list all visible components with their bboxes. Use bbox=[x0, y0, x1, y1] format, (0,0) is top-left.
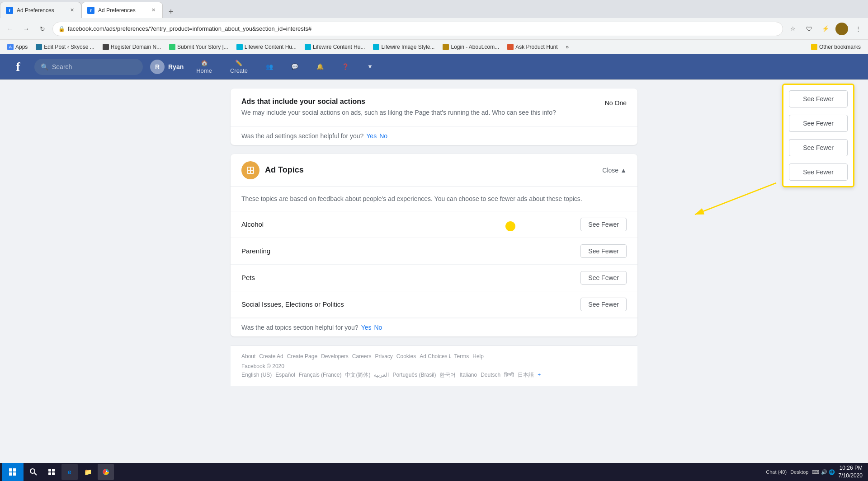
lang-korean[interactable]: 한국어 bbox=[439, 371, 456, 379]
friends-icon: 👥 bbox=[266, 63, 273, 70]
nav-notifications[interactable]: 🔔 bbox=[311, 61, 329, 72]
bookmarks-bar: A Apps Edit Post ‹ Skyose ... Register D… bbox=[0, 40, 868, 54]
see-fewer-social-issues[interactable]: See Fewer bbox=[580, 298, 627, 311]
highlight-see-fewer-1[interactable]: See Fewer bbox=[789, 90, 848, 107]
highlight-see-fewer-4[interactable]: See Fewer bbox=[789, 163, 848, 181]
lang-espanol[interactable]: Español bbox=[275, 372, 295, 378]
taskbar-chrome[interactable] bbox=[98, 464, 114, 480]
svg-line-12 bbox=[34, 473, 37, 475]
nav-help[interactable]: ❓ bbox=[336, 61, 354, 72]
tab-close-2[interactable]: ✕ bbox=[150, 7, 157, 14]
bookmark-lifewire-image[interactable]: Lifewire Image Style... bbox=[369, 42, 438, 52]
footer-create-page[interactable]: Create Page bbox=[287, 353, 317, 360]
nav-dropdown[interactable]: ▼ bbox=[362, 61, 378, 72]
tab-close-1[interactable]: ✕ bbox=[68, 7, 75, 14]
topic-name-alcohol: Alcohol bbox=[241, 220, 264, 228]
facebook-search-bar[interactable]: 🔍 bbox=[34, 59, 143, 75]
bookmark-register[interactable]: Register Domain N... bbox=[99, 42, 165, 52]
footer-languages: English (US) Español Français (France) 中… bbox=[241, 371, 627, 379]
footer-create-ad[interactable]: Create Ad bbox=[259, 353, 283, 360]
bookmark-apps[interactable]: A Apps bbox=[4, 42, 31, 52]
new-tab-button[interactable]: + bbox=[165, 5, 177, 18]
footer-links: About Create Ad Create Page Developers C… bbox=[241, 353, 627, 360]
close-button[interactable]: Close ▲ bbox=[602, 167, 627, 174]
svg-rect-16 bbox=[52, 472, 55, 475]
footer-ad-choices[interactable]: Ad Choices ℹ bbox=[420, 353, 450, 360]
lock-icon: 🔒 bbox=[58, 26, 65, 32]
system-tray: ⌨ 🔊 🌐 bbox=[812, 469, 835, 475]
nav-create[interactable]: ✏️ Create bbox=[225, 58, 253, 76]
footer-privacy[interactable]: Privacy bbox=[375, 353, 393, 360]
highlight-see-fewer-3[interactable]: See Fewer bbox=[789, 139, 848, 156]
bookmark-login[interactable]: Login - About.com... bbox=[439, 42, 503, 52]
footer-terms[interactable]: Terms bbox=[454, 353, 469, 360]
bookmark-edit-post[interactable]: Edit Post ‹ Skyose ... bbox=[32, 42, 98, 52]
facebook-header: f 🔍 R Ryan 🏠 Home ✏️ Create 👥 💬 bbox=[0, 54, 868, 79]
footer-about[interactable]: About bbox=[241, 353, 255, 360]
start-button[interactable] bbox=[2, 463, 24, 481]
search-input[interactable] bbox=[52, 63, 137, 70]
cursor-indicator bbox=[505, 221, 515, 231]
forward-button[interactable]: → bbox=[20, 23, 33, 35]
bookmark-more[interactable]: » bbox=[562, 42, 573, 52]
bookmark-favicon-login bbox=[443, 44, 449, 50]
chrome-window: f Ad Preferences ✕ f Ad Preferences ✕ + … bbox=[0, 0, 868, 463]
footer-help[interactable]: Help bbox=[472, 353, 484, 360]
lang-hindi[interactable]: हिन्दी bbox=[504, 372, 514, 378]
adblock-icon[interactable]: 🛡 bbox=[803, 23, 816, 35]
bookmark-submit[interactable]: Submit Your Story |... bbox=[165, 42, 232, 52]
lang-italian[interactable]: Italiano bbox=[459, 372, 477, 378]
desktop-label[interactable]: Desktop bbox=[790, 469, 808, 475]
address-bar[interactable]: 🔒 facebook.com/ads/preferences/?entry_pr… bbox=[52, 22, 783, 36]
helpful-no-settings[interactable]: No bbox=[379, 132, 387, 140]
svg-rect-8 bbox=[13, 468, 16, 472]
taskbar-edge[interactable]: e bbox=[61, 464, 78, 480]
bookmark-star[interactable]: ☆ bbox=[787, 23, 799, 35]
lang-german[interactable]: Deutsch bbox=[481, 372, 500, 378]
topics-description-text: These topics are based on feedback about… bbox=[241, 195, 582, 202]
profile-icon[interactable] bbox=[835, 23, 848, 35]
ad-choices-label: Ad Choices bbox=[420, 353, 447, 360]
lang-add-button[interactable]: + bbox=[538, 372, 541, 378]
address-text: facebook.com/ads/preferences/?entry_prod… bbox=[68, 25, 777, 32]
user-profile[interactable]: R Ryan bbox=[150, 60, 184, 74]
menu-button[interactable]: ⋮ bbox=[852, 23, 864, 35]
taskbar-task-view[interactable] bbox=[43, 464, 60, 480]
lang-portuguese[interactable]: Português (Brasil) bbox=[392, 372, 436, 378]
nav-home-label: Home bbox=[196, 67, 212, 74]
bookmark-producthunt[interactable]: Ask Product Hunt bbox=[504, 42, 561, 52]
extensions-icon[interactable]: ⚡ bbox=[819, 23, 832, 35]
nav-home[interactable]: 🏠 Home bbox=[191, 58, 217, 76]
reload-button[interactable]: ↻ bbox=[36, 23, 49, 35]
footer-developers[interactable]: Developers bbox=[321, 353, 349, 360]
see-fewer-pets[interactable]: See Fewer bbox=[580, 271, 627, 285]
bookmark-lifewire2[interactable]: Lifewire Content Hu... bbox=[301, 42, 368, 52]
lang-arabic[interactable]: العربية bbox=[374, 372, 389, 378]
bookmark-lifewire1[interactable]: Lifewire Content Hu... bbox=[233, 42, 300, 52]
taskbar-search[interactable] bbox=[25, 464, 42, 480]
lang-english[interactable]: English (US) bbox=[241, 372, 272, 378]
topic-row-alcohol: Alcohol See Fewer bbox=[231, 211, 637, 238]
footer-careers[interactable]: Careers bbox=[352, 353, 372, 360]
bookmark-other[interactable]: Other bookmarks bbox=[807, 42, 864, 52]
helpful-yes-settings[interactable]: Yes bbox=[366, 132, 377, 140]
helpful-no-topics[interactable]: No bbox=[374, 324, 382, 331]
lang-japanese[interactable]: 日本語 bbox=[518, 371, 534, 379]
see-fewer-alcohol[interactable]: See Fewer bbox=[580, 218, 627, 231]
helpful-yes-topics[interactable]: Yes bbox=[361, 324, 372, 331]
highlight-see-fewer-2[interactable]: See Fewer bbox=[789, 115, 848, 132]
footer-cookies[interactable]: Cookies bbox=[396, 353, 416, 360]
lang-chinese[interactable]: 中文(简体) bbox=[345, 371, 370, 379]
help-icon: ❓ bbox=[342, 63, 349, 70]
taskbar-file-explorer[interactable]: 📁 bbox=[80, 464, 96, 480]
tab-2[interactable]: f Ad Preferences ✕ bbox=[81, 2, 163, 18]
svg-point-11 bbox=[30, 469, 35, 473]
see-fewer-parenting[interactable]: See Fewer bbox=[580, 244, 627, 258]
back-button[interactable]: ← bbox=[4, 23, 16, 35]
nav-friends[interactable]: 👥 bbox=[260, 61, 278, 72]
tab-1[interactable]: f Ad Preferences ✕ bbox=[0, 2, 81, 18]
nav-messenger[interactable]: 💬 bbox=[286, 61, 304, 72]
svg-rect-7 bbox=[9, 468, 12, 472]
chat-label[interactable]: Chat (40) bbox=[766, 469, 787, 475]
lang-francais[interactable]: Français (France) bbox=[299, 372, 342, 378]
